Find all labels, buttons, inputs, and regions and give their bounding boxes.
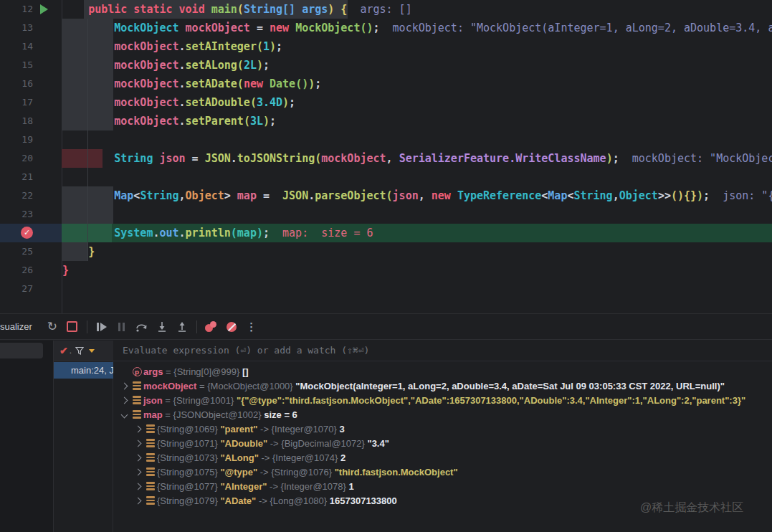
code-token: mockObject: [186, 22, 250, 34]
line-number-21[interactable]: 21: [0, 168, 33, 186]
code-line-24[interactable]: ✓ System.out.println(map); map: size = 6: [0, 224, 772, 242]
code-text[interactable]: }: [62, 261, 69, 280]
code-line-25[interactable]: 25 }: [0, 242, 772, 261]
chevron-right-icon[interactable]: [131, 455, 144, 460]
line-number-17[interactable]: 17: [0, 93, 33, 112]
code-token: new: [432, 189, 457, 202]
chevron-right-icon[interactable]: [131, 470, 144, 475]
code-text[interactable]: }: [62, 242, 95, 261]
chevron-right-icon[interactable]: [131, 427, 144, 432]
code-token: println: [186, 227, 231, 239]
variable-row-"ADouble"[interactable]: {String@1071} "ADouble" -> {BigDecimal@1…: [113, 436, 772, 450]
line-number-18[interactable]: 18: [0, 112, 33, 130]
code-token: (): [295, 77, 308, 90]
stack-frame-main[interactable]: main:24, J: [54, 362, 113, 379]
code-line-18[interactable]: 18 mockObject.setParent(3L);: [0, 112, 772, 130]
code-text[interactable]: mockObject.setADouble(3.4D);: [62, 93, 295, 112]
chevron-down-icon[interactable]: [89, 349, 95, 353]
code-line-19[interactable]: 19: [0, 130, 772, 149]
line-number-12[interactable]: 12: [0, 0, 33, 19]
step-over-button[interactable]: [133, 318, 151, 336]
rerun-button[interactable]: ↻: [44, 318, 61, 336]
view-breakpoints-button[interactable]: [203, 318, 220, 336]
code-line-27[interactable]: 27: [0, 280, 772, 298]
code-token: mockObject: [114, 96, 178, 109]
code-line-14[interactable]: 14 mockObject.setAInteger(1);: [0, 37, 772, 56]
variable-row-"@type"[interactable]: {String@1075} "@type" -> {String@1076} "…: [113, 465, 772, 479]
dot: .: [70, 346, 72, 356]
variable-row-mockObject[interactable]: mockObject = {MockObject@1000} "MockObje…: [113, 379, 772, 393]
step-out-button[interactable]: [173, 318, 191, 336]
code-token: ;: [270, 115, 276, 128]
code-line-23[interactable]: 23: [0, 205, 772, 224]
line-number-22[interactable]: 22: [0, 186, 33, 205]
code-text[interactable]: System.out.println(map); map: size = 6: [62, 224, 373, 242]
pause-button[interactable]: [113, 318, 130, 336]
code-token: public static void: [88, 3, 211, 16]
step-over-icon: [135, 321, 148, 333]
code-token: Map: [114, 189, 133, 202]
stop-button[interactable]: [64, 318, 81, 336]
code-token: ): [257, 59, 263, 72]
line-number-19[interactable]: 19: [0, 130, 33, 149]
condition-check-icon[interactable]: ✔: [59, 345, 68, 356]
code-token: [62, 96, 114, 109]
line-number-26[interactable]: 26: [0, 261, 33, 280]
code-line-16[interactable]: 16 mockObject.setADate(new Date());: [0, 75, 772, 93]
var-text: {String@1069}: [157, 424, 220, 434]
object-icon: [144, 424, 157, 433]
filter-icon[interactable]: [75, 346, 85, 356]
variable-row-map[interactable]: map = {JSONObject@1002} size = 6: [113, 407, 772, 422]
code-line-13[interactable]: 13 MockObject mockObject = new MockObjec…: [0, 19, 772, 37]
tab-visualizer[interactable]: sualizer: [0, 321, 32, 332]
breakpoint-icon[interactable]: ✓: [21, 227, 33, 239]
line-number-23[interactable]: 23: [0, 205, 33, 224]
evaluate-expression-input[interactable]: Evaluate expression (⏎) or add a watch (…: [113, 341, 772, 361]
code-text[interactable]: public static void main(String[] args) {…: [62, 0, 412, 19]
code-editor[interactable]: 12 public static void main(String[] args…: [0, 0, 772, 313]
code-text[interactable]: mockObject.setALong(2L);: [62, 56, 270, 75]
code-line-20[interactable]: 20 String json = JSON.toJSONString(mockO…: [0, 149, 772, 168]
code-token: mockObject: [114, 40, 178, 53]
chevron-right-icon[interactable]: [131, 441, 144, 446]
chevron-right-icon[interactable]: [118, 384, 130, 389]
code-line-17[interactable]: 17 mockObject.setADouble(3.4D);: [0, 93, 772, 112]
line-number-25[interactable]: 25: [0, 242, 33, 261]
step-into-button[interactable]: [153, 318, 171, 336]
line-number-16[interactable]: 16: [0, 75, 33, 93]
object-icon: [144, 467, 157, 476]
code-text[interactable]: mockObject.setAInteger(1);: [62, 37, 282, 56]
var-text: "ALong": [220, 452, 258, 463]
chevron-right-icon[interactable]: [118, 398, 130, 403]
mute-breakpoints-button[interactable]: [223, 318, 240, 336]
line-number-13[interactable]: 13: [0, 19, 33, 37]
code-text[interactable]: mockObject.setADate(new Date());: [62, 75, 321, 93]
code-line-22[interactable]: 22 Map<String,Object> map = JSON.parseOb…: [0, 186, 772, 205]
chevron-down-icon[interactable]: [118, 412, 130, 417]
variable-row-"ALong"[interactable]: {String@1073} "ALong" -> {Integer@1074} …: [113, 450, 772, 465]
run-arrow-icon[interactable]: [40, 4, 48, 14]
code-text[interactable]: MockObject mockObject = new MockObject()…: [62, 19, 772, 37]
variable-row-"parent"[interactable]: {String@1069} "parent" -> {Integer@1070}…: [113, 422, 772, 436]
code-line-21[interactable]: 21: [0, 168, 772, 186]
code-line-15[interactable]: 15 mockObject.setALong(2L);: [0, 56, 772, 75]
line-number-20[interactable]: 20: [0, 149, 33, 168]
more-options-button[interactable]: ⋮: [243, 318, 260, 336]
line-number-14[interactable]: 14: [0, 37, 33, 56]
variable-row-"AInteger"[interactable]: {String@1077} "AInteger" -> {Integer@107…: [113, 479, 772, 493]
line-number-15[interactable]: 15: [0, 56, 33, 75]
chevron-right-icon[interactable]: [131, 498, 144, 503]
code-token: json: [393, 189, 419, 202]
variable-row-json[interactable]: json = {String@1001} "{"@type":"third.fa…: [113, 393, 772, 407]
resume-button[interactable]: [93, 318, 110, 336]
code-text[interactable]: Map<String,Object> map = JSON.parseObjec…: [62, 186, 772, 205]
collapsed-tab[interactable]: [0, 343, 43, 358]
variable-row-args[interactable]: pargs = {String[0]@999} []: [113, 364, 772, 379]
chevron-right-icon[interactable]: [131, 484, 144, 489]
code-line-26[interactable]: 26}: [0, 261, 772, 280]
code-text[interactable]: mockObject.setParent(3L);: [62, 112, 276, 130]
line-number-27[interactable]: 27: [0, 280, 33, 298]
code-text[interactable]: String json = JSON.toJSONString(mockObje…: [62, 149, 772, 168]
var-text: mockObject: [143, 381, 196, 391]
code-line-12[interactable]: 12 public static void main(String[] args…: [0, 0, 772, 19]
